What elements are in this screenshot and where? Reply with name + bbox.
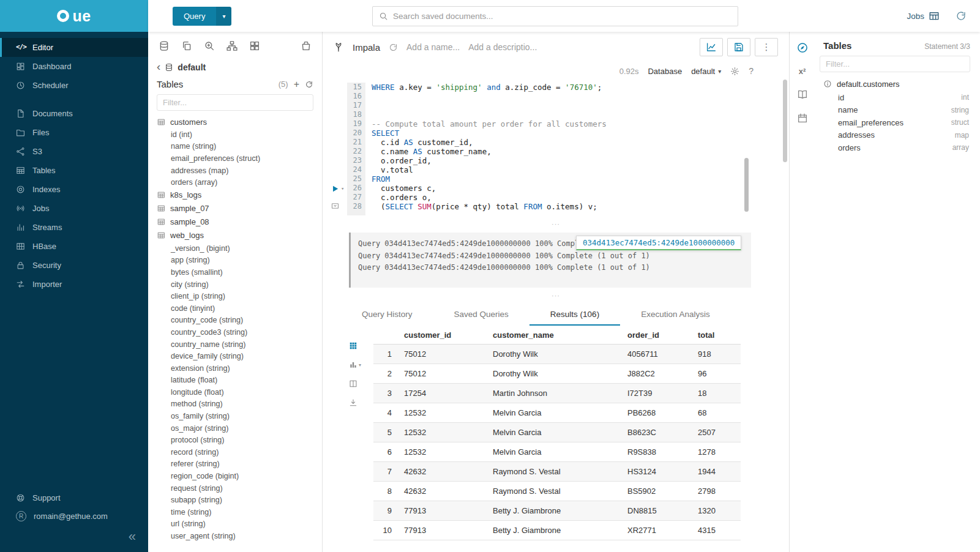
- sql-code[interactable]: WHERE a.key = 'shipping' and a.zip_code …: [365, 83, 789, 215]
- breadcrumb-database[interactable]: default: [178, 62, 206, 72]
- tab-saved-queries[interactable]: Saved Queries: [433, 310, 529, 326]
- editor-assistant-icon[interactable]: [796, 42, 809, 54]
- column-header-customer-id[interactable]: customer_id: [398, 326, 487, 345]
- assist-column[interactable]: protocol (string): [157, 434, 322, 446]
- code-editor[interactable]: ▾ 1516171819202122232425262728 WHERE a.k…: [323, 80, 789, 215]
- assist-column[interactable]: time (string): [157, 506, 322, 518]
- assist-column[interactable]: country_code (string): [157, 315, 322, 327]
- table-row[interactable]: 977913Betty J. GiambroneDN88151320: [373, 501, 741, 521]
- table-row[interactable]: 612532Melvin GarciaR9S8381278: [373, 442, 741, 462]
- breadcrumb-back-icon[interactable]: ‹: [157, 61, 160, 72]
- assist-column[interactable]: extension (string): [157, 362, 322, 375]
- refresh-icon[interactable]: [305, 80, 313, 89]
- tab-execution-analysis[interactable]: Execution Analysis: [620, 310, 731, 326]
- assist-column[interactable]: method (string): [157, 398, 322, 411]
- assist-column[interactable]: country_code3 (string): [157, 326, 322, 338]
- sidebar-item-security[interactable]: Security: [0, 256, 148, 275]
- functions-icon[interactable]: x²: [799, 67, 806, 76]
- apps-assist-icon[interactable]: [249, 40, 260, 51]
- columns-view-icon[interactable]: [349, 379, 357, 388]
- code-scrollbar[interactable]: [744, 158, 749, 212]
- assist-column[interactable]: record (string): [157, 446, 322, 458]
- query-description-field[interactable]: Add a descriptio...: [468, 42, 537, 52]
- more-actions-button[interactable]: ⋮: [755, 38, 778, 56]
- table-row[interactable]: 512532Melvin GarciaB8623C2507: [373, 423, 741, 442]
- table-row[interactable]: 1077913Betty J. GiambroneXR27714315: [373, 521, 741, 540]
- tab-query-history[interactable]: Query History: [341, 310, 433, 326]
- assist-column[interactable]: client_ip (string): [157, 290, 322, 302]
- collections-assist-icon[interactable]: [301, 40, 312, 51]
- grid-view-icon[interactable]: [349, 341, 357, 350]
- assist-column[interactable]: id (int): [157, 129, 322, 141]
- sidebar-item-editor[interactable]: </>Editor: [0, 38, 148, 57]
- sidebar-item-hbase[interactable]: HBase: [0, 237, 148, 256]
- right-panel-filter-input[interactable]: [820, 56, 970, 72]
- sidebar-item-files[interactable]: Files: [0, 123, 148, 142]
- sidebar-item-scheduler[interactable]: Scheduler: [0, 76, 148, 95]
- chart-button[interactable]: [700, 38, 723, 56]
- sql-assist-icon[interactable]: [159, 40, 170, 51]
- right-panel-column-orders[interactable]: ordersarray: [820, 141, 970, 154]
- sidebar-item-dashboard[interactable]: Dashboard: [0, 57, 148, 76]
- column-header-customer-name[interactable]: customer_name: [487, 326, 621, 345]
- save-button[interactable]: [727, 38, 750, 56]
- assist-table-web-logs[interactable]: web_logs: [157, 229, 322, 242]
- info-icon[interactable]: [823, 80, 832, 88]
- assist-column[interactable]: city (string): [157, 278, 322, 291]
- assist-column[interactable]: device_family (string): [157, 350, 322, 362]
- right-panel-column-email-preferences[interactable]: email_preferencesstruct: [820, 116, 970, 129]
- schedule-icon[interactable]: [797, 113, 808, 124]
- right-panel-column-addresses[interactable]: addressesmap: [820, 129, 970, 142]
- assist-column[interactable]: user_agent (string): [157, 530, 322, 542]
- resize-handle[interactable]: ···: [323, 288, 789, 304]
- query-name-field[interactable]: Add a name...: [406, 42, 460, 52]
- assist-column[interactable]: code (tinyint): [157, 302, 322, 315]
- format-options-icon[interactable]: [331, 201, 340, 211]
- sidebar-item-tables[interactable]: Tables: [0, 161, 148, 180]
- help-icon[interactable]: ?: [749, 66, 754, 76]
- chart-view-control[interactable]: ▾: [349, 360, 373, 369]
- query-dropdown-button[interactable]: ▾: [216, 7, 231, 26]
- assist-column[interactable]: _version_ (bigint): [157, 242, 322, 255]
- sidebar-item-jobs[interactable]: Jobs: [0, 199, 148, 218]
- sidebar-item-support[interactable]: Support: [0, 488, 148, 507]
- sidebar-item-s3[interactable]: S3: [0, 142, 148, 161]
- assist-filter-input[interactable]: [157, 94, 313, 111]
- table-row[interactable]: 275012Dorothy WilkJ882C296: [373, 364, 741, 384]
- active-table-row[interactable]: default.customers: [820, 76, 970, 91]
- table-row[interactable]: 317254Martin JohnsonI72T3918: [373, 384, 741, 403]
- documents-assist-icon[interactable]: [181, 40, 192, 51]
- assist-column[interactable]: country_name (string): [157, 338, 322, 351]
- database-selector[interactable]: default ▾: [691, 67, 721, 76]
- sidebar-item-user[interactable]: R romain@gethue.com: [0, 507, 148, 525]
- download-icon[interactable]: [349, 398, 357, 407]
- table-row[interactable]: 742632Raymond S. VestalHS31241944: [373, 462, 741, 482]
- workflow-assist-icon[interactable]: [226, 40, 238, 51]
- assist-column[interactable]: subapp (string): [157, 494, 322, 506]
- sidebar-item-importer[interactable]: Importer: [0, 275, 148, 294]
- assist-column[interactable]: os_family (string): [157, 410, 322, 422]
- jobs-link[interactable]: Jobs: [907, 10, 940, 21]
- search-input[interactable]: [393, 12, 731, 21]
- resize-handle[interactable]: ···: [323, 215, 789, 233]
- assist-column[interactable]: app (string): [157, 255, 322, 267]
- assist-column[interactable]: latitude (float): [157, 375, 322, 387]
- assist-table-k8s-logs[interactable]: k8s_logs: [157, 188, 322, 202]
- history-icon[interactable]: [956, 10, 967, 21]
- assist-table-customers[interactable]: customers: [157, 115, 322, 129]
- add-table-icon[interactable]: +: [294, 80, 299, 89]
- table-row[interactable]: 412532Melvin GarciaPB626868: [373, 403, 741, 423]
- query-button[interactable]: Query: [173, 7, 216, 26]
- language-reference-icon[interactable]: [797, 89, 808, 100]
- execute-button[interactable]: ▾: [331, 184, 344, 193]
- right-panel-column-id[interactable]: idint: [820, 91, 970, 104]
- assist-column[interactable]: os_major (string): [157, 422, 322, 435]
- assist-column[interactable]: referer (string): [157, 458, 322, 471]
- query-history-icon[interactable]: [389, 43, 398, 52]
- sidebar-item-documents[interactable]: Documents: [0, 104, 148, 123]
- column-header-order-id[interactable]: order_id: [621, 326, 692, 345]
- table-row[interactable]: 842632Raymond S. VestalBS59022798: [373, 482, 741, 501]
- sidebar-item-streams[interactable]: Streams: [0, 218, 148, 237]
- assist-column[interactable]: longitude (float): [157, 386, 322, 398]
- table-row[interactable]: 175012Dorothy Wilk4056711918: [373, 345, 741, 364]
